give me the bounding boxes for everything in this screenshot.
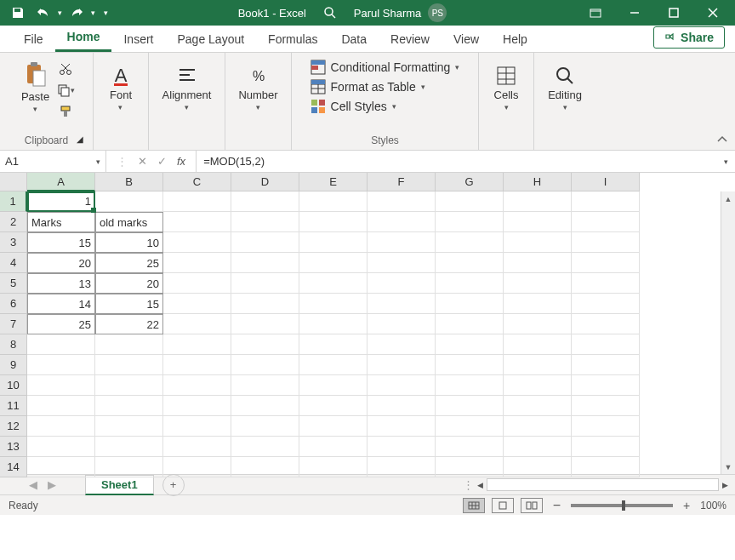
cell-F12[interactable] bbox=[368, 416, 436, 437]
cell-I14[interactable] bbox=[572, 457, 640, 477]
row-header-9[interactable]: 9 bbox=[0, 355, 27, 375]
col-header-D[interactable]: D bbox=[231, 173, 299, 191]
cell-E3[interactable] bbox=[299, 232, 368, 253]
cell-B5[interactable]: 20 bbox=[95, 273, 163, 294]
cell-A5[interactable]: 13 bbox=[27, 273, 95, 294]
cell-E13[interactable] bbox=[299, 437, 368, 457]
cell-F7[interactable] bbox=[368, 314, 436, 334]
cell-C5[interactable] bbox=[163, 273, 231, 294]
number-dropdown[interactable]: % Number ▾ bbox=[235, 63, 281, 113]
cells-container[interactable]: 1Marksold marks15102025132014152522 bbox=[27, 191, 640, 477]
cell-F1[interactable] bbox=[368, 191, 436, 212]
cell-A12[interactable] bbox=[27, 416, 95, 437]
cell-I5[interactable] bbox=[572, 273, 640, 294]
cell-G1[interactable] bbox=[436, 191, 504, 212]
cell-A7[interactable]: 25 bbox=[27, 314, 95, 334]
view-page-layout-icon[interactable] bbox=[492, 498, 514, 513]
cell-A11[interactable] bbox=[27, 396, 95, 416]
row-header-1[interactable]: 1 bbox=[0, 191, 27, 212]
view-normal-icon[interactable] bbox=[463, 498, 485, 513]
tab-insert[interactable]: Insert bbox=[111, 26, 165, 52]
cancel-formula-icon[interactable]: ✕ bbox=[138, 155, 147, 168]
cell-I3[interactable] bbox=[572, 232, 640, 253]
cut-icon[interactable] bbox=[56, 60, 75, 78]
enter-formula-icon[interactable]: ✓ bbox=[157, 155, 167, 168]
cell-D8[interactable] bbox=[231, 334, 299, 355]
redo-dropdown[interactable]: ▾ bbox=[91, 9, 95, 17]
cell-A1[interactable]: 1 bbox=[27, 191, 95, 212]
tab-home[interactable]: Home bbox=[55, 24, 112, 52]
cells-dropdown[interactable]: Cells ▾ bbox=[491, 63, 522, 113]
cell-E2[interactable] bbox=[299, 212, 368, 232]
row-header-7[interactable]: 7 bbox=[0, 314, 27, 334]
cell-C2[interactable] bbox=[163, 212, 231, 232]
cell-E11[interactable] bbox=[299, 396, 368, 416]
editing-dropdown[interactable]: Editing ▾ bbox=[544, 63, 585, 113]
cell-H9[interactable] bbox=[504, 355, 572, 375]
cell-H3[interactable] bbox=[504, 232, 572, 253]
formula-input[interactable]: =MOD(15,2) ▾ bbox=[197, 151, 735, 172]
fx-icon[interactable]: fx bbox=[177, 155, 185, 168]
cell-G14[interactable] bbox=[436, 457, 504, 477]
hscroll-right-icon[interactable]: ▶ bbox=[722, 481, 728, 489]
cell-F6[interactable] bbox=[368, 294, 436, 314]
cell-H1[interactable] bbox=[504, 191, 572, 212]
cell-A2[interactable]: Marks bbox=[27, 212, 95, 232]
col-header-A[interactable]: A bbox=[27, 173, 95, 191]
col-header-E[interactable]: E bbox=[299, 173, 368, 191]
cell-A3[interactable]: 15 bbox=[27, 232, 95, 253]
cell-H10[interactable] bbox=[504, 375, 572, 396]
cell-B13[interactable] bbox=[95, 437, 163, 457]
cell-D11[interactable] bbox=[231, 396, 299, 416]
cell-H11[interactable] bbox=[504, 396, 572, 416]
row-header-13[interactable]: 13 bbox=[0, 437, 27, 457]
cell-D10[interactable] bbox=[231, 375, 299, 396]
cell-D1[interactable] bbox=[231, 191, 299, 212]
cell-G12[interactable] bbox=[436, 416, 504, 437]
row-header-4[interactable]: 4 bbox=[0, 253, 27, 273]
cell-I12[interactable] bbox=[572, 416, 640, 437]
maximize-icon[interactable] bbox=[655, 0, 692, 26]
cell-E6[interactable] bbox=[299, 294, 368, 314]
cell-F9[interactable] bbox=[368, 355, 436, 375]
cell-A13[interactable] bbox=[27, 437, 95, 457]
row-header-6[interactable]: 6 bbox=[0, 294, 27, 314]
cell-A10[interactable] bbox=[27, 375, 95, 396]
tab-next-icon[interactable]: ▶ bbox=[48, 478, 56, 491]
cell-B12[interactable] bbox=[95, 416, 163, 437]
tab-page-layout[interactable]: Page Layout bbox=[165, 26, 256, 52]
tab-data[interactable]: Data bbox=[329, 26, 379, 52]
cell-C11[interactable] bbox=[163, 396, 231, 416]
undo-icon[interactable] bbox=[32, 2, 54, 24]
horizontal-scrollbar[interactable]: ⋮ ◀ ▶ bbox=[463, 478, 735, 491]
col-header-G[interactable]: G bbox=[436, 173, 504, 191]
cell-G10[interactable] bbox=[436, 375, 504, 396]
cell-F13[interactable] bbox=[368, 437, 436, 457]
cell-B2[interactable]: old marks bbox=[95, 212, 163, 232]
cell-C4[interactable] bbox=[163, 253, 231, 273]
cell-H12[interactable] bbox=[504, 416, 572, 437]
cell-D3[interactable] bbox=[231, 232, 299, 253]
copy-icon[interactable]: ▾ bbox=[56, 81, 75, 100]
tab-file[interactable]: File bbox=[12, 26, 55, 52]
cell-C10[interactable] bbox=[163, 375, 231, 396]
cell-H2[interactable] bbox=[504, 212, 572, 232]
col-header-H[interactable]: H bbox=[504, 173, 572, 191]
cell-I11[interactable] bbox=[572, 396, 640, 416]
scroll-up-icon[interactable]: ▲ bbox=[721, 191, 735, 206]
cell-I6[interactable] bbox=[572, 294, 640, 314]
collapse-ribbon-icon[interactable] bbox=[716, 134, 728, 146]
cell-B14[interactable] bbox=[95, 457, 163, 477]
cell-A6[interactable]: 14 bbox=[27, 294, 95, 314]
cell-C1[interactable] bbox=[163, 191, 231, 212]
clipboard-launcher-icon[interactable]: ◢ bbox=[77, 134, 83, 144]
user-area[interactable]: Parul Sharma PS bbox=[354, 3, 447, 22]
tab-help[interactable]: Help bbox=[491, 26, 539, 52]
cell-D14[interactable] bbox=[231, 457, 299, 477]
cell-H4[interactable] bbox=[504, 253, 572, 273]
row-header-11[interactable]: 11 bbox=[0, 396, 27, 416]
format-as-table-button[interactable]: Format as Table▾ bbox=[311, 79, 425, 94]
cell-H13[interactable] bbox=[504, 437, 572, 457]
cell-G11[interactable] bbox=[436, 396, 504, 416]
zoom-level[interactable]: 100% bbox=[700, 500, 726, 511]
